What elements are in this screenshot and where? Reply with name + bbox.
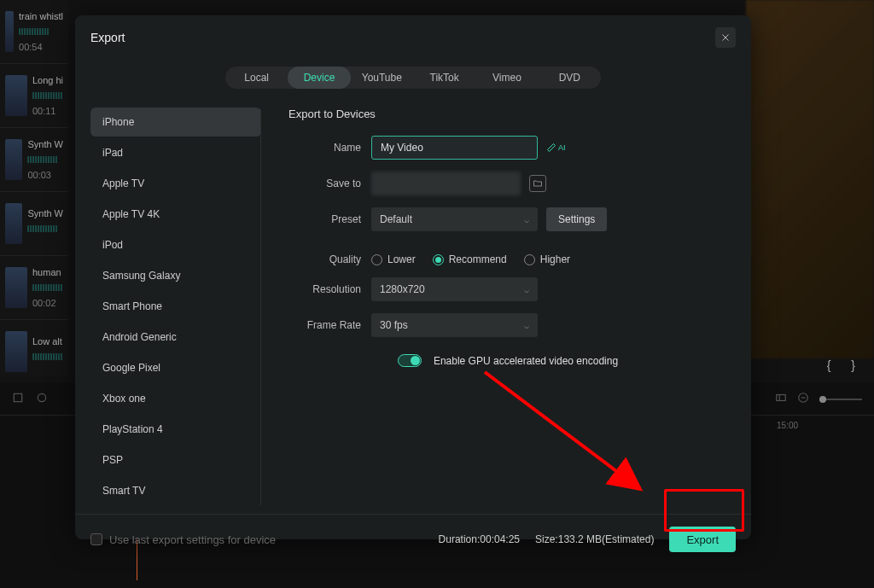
quality-label: Quality (288, 253, 361, 265)
quality-radio-lower[interactable]: Lower (371, 253, 416, 265)
folder-icon (533, 178, 543, 189)
radio-label: Lower (387, 253, 416, 265)
quality-radio-recommend[interactable]: Recommend (433, 253, 507, 265)
browse-folder-button[interactable] (529, 175, 546, 192)
device-item[interactable]: PlayStation 4 (90, 415, 261, 444)
size-info: Size:133.2 MB(Estimated) (535, 533, 654, 545)
export-tabs: LocalDeviceYouTubeTikTokVimeoDVD (225, 67, 601, 89)
device-item[interactable]: Xbox one (90, 384, 261, 413)
tab-tiktok[interactable]: TikTok (413, 67, 475, 89)
preset-select[interactable]: Default ⌵ (371, 207, 538, 231)
waveform-icon (32, 92, 63, 99)
svg-point-1 (38, 393, 45, 401)
quality-radio-group: LowerRecommendHigher (371, 253, 570, 265)
resolution-value: 1280x720 (380, 283, 425, 295)
device-item[interactable]: iPad (90, 138, 261, 167)
timeline-view-icon[interactable] (775, 392, 787, 406)
gpu-toggle[interactable] (398, 354, 422, 367)
device-item[interactable]: Smart Phone (90, 292, 261, 321)
device-item[interactable]: Apple TV (90, 169, 261, 198)
ruler-mark: 15:00 (777, 421, 828, 430)
saveto-path[interactable] (371, 172, 521, 195)
clip-title: train whistl (19, 11, 63, 21)
framerate-value: 30 fps (380, 319, 408, 331)
form-heading: Export to Devices (288, 108, 727, 120)
preset-label: Preset (288, 213, 361, 225)
clip-thumbnail (5, 139, 22, 180)
quality-radio-higher[interactable]: Higher (524, 253, 570, 265)
framerate-label: Frame Rate (288, 319, 361, 331)
saveto-label: Save to (288, 178, 361, 189)
tab-dvd[interactable]: DVD (539, 67, 601, 89)
chevron-down-icon: ⌵ (524, 285, 529, 294)
close-icon (720, 32, 731, 43)
export-form: Export to Devices Name AI Save to (261, 101, 736, 514)
duration-info: Duration:00:04:25 (439, 533, 520, 545)
clip-duration: 00:03 (27, 170, 63, 180)
waveform-icon (27, 156, 58, 163)
media-clip[interactable]: train whistl 00:54 (0, 0, 68, 64)
tab-local[interactable]: Local (225, 67, 288, 89)
clip-title: Long hi (32, 75, 63, 85)
device-item[interactable]: Apple TV 4K (90, 200, 261, 229)
clip-duration: 00:02 (32, 298, 63, 308)
radio-label: Higher (540, 253, 570, 265)
waveform-icon (32, 353, 63, 360)
radio-icon (371, 254, 382, 265)
clip-thumbnail (5, 75, 27, 116)
clip-thumbnail (5, 267, 27, 308)
radio-icon (524, 254, 535, 265)
media-clip[interactable]: Synth W (0, 192, 68, 256)
ai-rename-icon[interactable]: AI (546, 143, 566, 153)
tab-youtube[interactable]: YouTube (351, 67, 413, 89)
media-clip[interactable]: Synth W 00:03 (0, 128, 68, 192)
radio-icon (433, 254, 444, 265)
clip-title: Low alt (32, 336, 63, 346)
framerate-select[interactable]: 30 fps ⌵ (371, 313, 538, 337)
zoom-out-icon[interactable] (797, 392, 809, 406)
clip-title: Synth W (27, 208, 63, 218)
device-item[interactable]: iPhone (90, 108, 261, 137)
device-item[interactable]: Smart TV (90, 476, 261, 505)
export-dialog: Export LocalDeviceYouTubeTikTokVimeoDVD … (75, 15, 751, 539)
svg-rect-2 (777, 395, 786, 401)
device-item[interactable]: iPod (90, 230, 261, 259)
waveform-icon (32, 284, 63, 291)
clip-thumbnail (5, 331, 27, 372)
tab-vimeo[interactable]: Vimeo (475, 67, 538, 89)
gpu-toggle-label: Enable GPU accelerated video encoding (434, 355, 618, 367)
media-clip[interactable]: human 00:02 (0, 256, 68, 320)
resolution-select[interactable]: 1280x720 ⌵ (371, 277, 538, 301)
device-list: iPhoneiPadApple TVApple TV 4KiPodSamsung… (90, 101, 261, 514)
media-clip[interactable]: Long hi 00:11 (0, 64, 68, 128)
settings-button[interactable]: Settings (546, 207, 607, 231)
device-item[interactable]: Google Pixel (90, 353, 261, 382)
tab-device[interactable]: Device (288, 67, 350, 89)
export-button[interactable]: Export (669, 527, 736, 552)
timeline-tool-icon[interactable] (36, 392, 48, 406)
chevron-down-icon: ⌵ (524, 321, 529, 330)
device-item[interactable]: PSP (90, 445, 261, 474)
svg-rect-0 (14, 393, 21, 401)
clip-thumbnail (5, 11, 14, 52)
dialog-title: Export (90, 31, 125, 44)
use-last-settings-checkbox[interactable]: Use last export settings for device (90, 533, 276, 546)
preset-value: Default (380, 213, 412, 225)
zoom-slider[interactable] (819, 399, 862, 400)
ruler-mark (9, 421, 60, 430)
clip-title: human (32, 267, 63, 277)
timeline-tool-icon[interactable] (12, 392, 24, 406)
preview-area (746, 0, 874, 358)
device-item[interactable]: Samsung Galaxy (90, 261, 261, 290)
close-button[interactable] (715, 27, 736, 48)
device-item[interactable]: Android Generic (90, 323, 261, 352)
name-input[interactable] (371, 136, 538, 160)
media-clip[interactable]: Low alt (0, 320, 68, 384)
checkbox-box (90, 533, 102, 545)
clip-duration: 00:54 (19, 42, 63, 52)
clip-duration: 00:11 (32, 106, 63, 116)
radio-label: Recommend (449, 253, 507, 265)
clip-title: Synth W (27, 139, 63, 149)
checkbox-label: Use last export settings for device (109, 533, 276, 546)
braces-indicator: { } (827, 358, 864, 372)
